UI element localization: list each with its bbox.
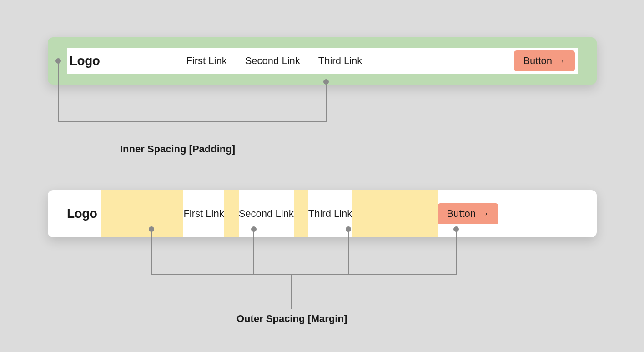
caption-padding: Inner Spacing [Padding]	[120, 143, 235, 155]
nav-links-group: First Link Second Link Third Link	[186, 55, 362, 67]
cta-button[interactable]: Button →	[438, 203, 498, 224]
nav-link-1[interactable]: First Link	[186, 55, 226, 67]
cta-button-label: Button	[447, 208, 476, 220]
navbar-margin-example: Logo First Link Second Link Third Link B…	[48, 190, 597, 237]
nav-link-3[interactable]: Third Link	[318, 55, 362, 67]
navbar-content-row: Logo First Link Second Link Third Link B…	[67, 48, 578, 74]
margin-highlight	[101, 190, 183, 237]
arrow-right-icon: →	[479, 208, 489, 220]
margin-highlight	[352, 190, 438, 237]
logo: Logo	[67, 206, 97, 221]
navbar-padding-example: Logo First Link Second Link Third Link B…	[48, 37, 597, 85]
margin-highlight	[294, 190, 308, 237]
margin-highlight	[224, 190, 239, 237]
cta-button-label: Button	[523, 55, 552, 67]
nav-link-2[interactable]: Second Link	[245, 55, 300, 67]
nav-link-2[interactable]: Second Link	[239, 208, 294, 220]
caption-margin: Outer Spacing [Margin]	[236, 313, 347, 325]
nav-link-3[interactable]: Third Link	[308, 208, 352, 220]
nav-link-1[interactable]: First Link	[183, 208, 224, 220]
cta-wrapper: Button →	[514, 50, 575, 71]
logo: Logo	[70, 54, 100, 68]
cta-button[interactable]: Button →	[514, 50, 575, 71]
arrow-right-icon: →	[556, 55, 566, 67]
